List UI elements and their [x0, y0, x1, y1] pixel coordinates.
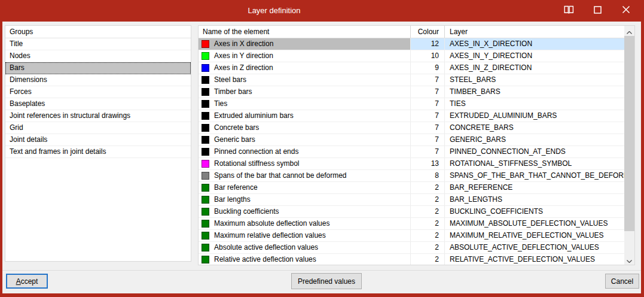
window-title: Layer definition — [0, 0, 548, 22]
element-name-cell: Bar lengths — [199, 194, 411, 205]
maximize-icon — [594, 5, 602, 16]
element-name: Bar reference — [214, 182, 258, 193]
colour-number-cell: 13 — [411, 158, 445, 169]
group-item[interactable]: Forces — [5, 86, 191, 98]
group-item[interactable]: Joint references in structural drawings — [5, 110, 191, 122]
table-row[interactable]: Concrete bars7CONCRETE_BARS — [199, 122, 625, 134]
element-name-cell: Ties — [199, 98, 411, 110]
layer-name-cell: ABSOLUTE_ACTIVE_DEFLECTION_VALUES — [445, 242, 625, 253]
colour-number-cell: 2 — [411, 230, 445, 241]
layer-name-cell: MAXIMUM_RELATIVE_DEFLECTION_VALUES — [445, 230, 625, 241]
vertical-scrollbar[interactable] — [624, 26, 634, 265]
element-name: Absolute active deflection values — [214, 242, 318, 253]
table-row[interactable]: Maximum relative deflection values2MAXIM… — [199, 230, 625, 242]
colour-number-cell: 7 — [411, 146, 445, 157]
element-name-cell: Generic bars — [199, 134, 411, 146]
element-name: Axes in Y direction — [214, 50, 273, 62]
column-header-colour[interactable]: Colour — [411, 26, 445, 38]
element-name-cell: Maximum relative deflection values — [199, 230, 411, 241]
layer-name-cell: AXES_IN_X_DIRECTION — [445, 38, 625, 50]
colour-swatch — [202, 196, 209, 204]
table-row[interactable]: Ties7TIES — [199, 98, 625, 110]
colour-number-cell: 2 — [411, 194, 445, 205]
colour-swatch — [202, 160, 209, 168]
table-row[interactable]: Absolute active deflection values2ABSOLU… — [199, 242, 625, 254]
table-header-row: Name of the element Colour Layer — [199, 26, 634, 38]
group-item[interactable]: Title — [5, 38, 191, 50]
layer-name-cell: BUCKLING_COEFFICIENTS — [445, 206, 625, 217]
colour-number-cell: 7 — [411, 74, 445, 86]
elements-table: Name of the element Colour Layer Axes in… — [198, 25, 635, 265]
accept-button[interactable]: Accept — [6, 274, 48, 289]
predefined-values-button[interactable]: Predefined values — [291, 273, 362, 289]
group-item[interactable]: Joint details — [5, 134, 191, 146]
cancel-button[interactable]: Cancel — [605, 274, 639, 289]
colour-swatch — [202, 148, 209, 156]
help-button[interactable] — [555, 0, 582, 22]
colour-number-cell: 7 — [411, 110, 445, 122]
colour-number-cell: 10 — [411, 50, 445, 62]
colour-swatch — [202, 88, 209, 96]
colour-number-cell: 8 — [411, 170, 445, 181]
element-name-cell: Bar reference — [199, 182, 411, 193]
layer-name-cell: BAR_LENGTHS — [445, 194, 625, 205]
scrollbar-thumb[interactable] — [624, 36, 634, 231]
element-name-cell: Axes in Z direction — [199, 62, 411, 74]
table-row[interactable]: Buckling coefficients2BUCKLING_COEFFICIE… — [199, 206, 625, 218]
scroll-up-button[interactable] — [624, 26, 634, 36]
table-row[interactable]: Relative active deflection values2RELATI… — [199, 254, 625, 265]
group-item[interactable]: Grid — [5, 122, 191, 134]
group-item[interactable]: Nodes — [5, 50, 191, 62]
groups-panel: Groups TitleNodesBarsDimensionsForcesBas… — [5, 25, 191, 262]
chevron-up-icon — [627, 26, 632, 37]
layer-definition-dialog: Layer definition — [0, 0, 644, 297]
colour-number-cell: 2 — [411, 242, 445, 253]
table-row[interactable]: Maximum absolute deflection values2MAXIM… — [199, 218, 625, 230]
group-item[interactable]: Dimensions — [5, 74, 191, 86]
chevron-down-icon — [627, 254, 632, 265]
table-row[interactable]: Bar reference2BAR_REFERENCE — [199, 182, 625, 194]
table-row[interactable]: Rotational stiffness symbol13ROTATIONAL_… — [199, 158, 625, 170]
colour-number-cell: 2 — [411, 218, 445, 229]
layer-name-cell: AXES_IN_Z_DIRECTION — [445, 62, 625, 74]
colour-number-cell: 2 — [411, 254, 445, 265]
table-row[interactable]: Steel bars7STEEL_BARS — [199, 74, 625, 86]
colour-swatch — [202, 52, 209, 60]
maximize-button[interactable] — [584, 0, 611, 22]
layer-name-cell: TIES — [445, 98, 625, 110]
scroll-down-button[interactable] — [624, 254, 634, 265]
table-row[interactable]: Axes in X direction12AXES_IN_X_DIRECTION — [199, 38, 625, 50]
element-name: Axes in Z direction — [214, 62, 273, 74]
element-name-cell: Timber bars — [199, 86, 411, 98]
element-name: Relative active deflection values — [214, 254, 316, 265]
element-name: Spans of the bar that cannot be deformed — [214, 170, 346, 181]
titlebar[interactable]: Layer definition — [0, 0, 644, 22]
element-name-cell: Extruded aluminium bars — [199, 110, 411, 122]
element-name: Ties — [214, 98, 227, 110]
column-header-layer[interactable]: Layer — [445, 26, 634, 38]
colour-number-cell: 7 — [411, 122, 445, 134]
element-name: Maximum absolute deflection values — [214, 218, 329, 229]
table-row[interactable]: Axes in Y direction10AXES_IN_Y_DIRECTION — [199, 50, 625, 62]
table-row[interactable]: Bar lengths2BAR_LENGTHS — [199, 194, 625, 206]
element-name: Buckling coefficients — [214, 206, 279, 217]
colour-swatch — [202, 244, 209, 251]
table-row[interactable]: Timber bars7TIMBER_BARS — [199, 86, 625, 98]
layer-name-cell: TIMBER_BARS — [445, 86, 625, 98]
table-row[interactable]: Spans of the bar that cannot be deformed… — [199, 170, 625, 182]
close-icon — [622, 5, 630, 16]
group-item[interactable]: Bars — [5, 62, 191, 74]
table-row[interactable]: Axes in Z direction9AXES_IN_Z_DIRECTION — [199, 62, 625, 74]
open-book-icon — [563, 5, 575, 17]
close-button[interactable] — [612, 0, 640, 22]
layer-name-cell: PINNED_CONNECTION_AT_ENDS — [445, 146, 625, 157]
group-item[interactable]: Baseplates — [5, 98, 191, 110]
table-row[interactable]: Extruded aluminium bars7EXTRUDED_ALUMINI… — [199, 110, 625, 122]
colour-swatch — [202, 172, 209, 180]
column-header-name[interactable]: Name of the element — [199, 26, 411, 38]
table-row[interactable]: Generic bars7GENERIC_BARS — [199, 134, 625, 146]
group-item[interactable]: Text and frames in joint details — [5, 146, 191, 158]
table-row[interactable]: Pinned connection at ends7PINNED_CONNECT… — [199, 146, 625, 158]
element-name: Generic bars — [214, 134, 255, 146]
colour-number-cell: 2 — [411, 182, 445, 193]
